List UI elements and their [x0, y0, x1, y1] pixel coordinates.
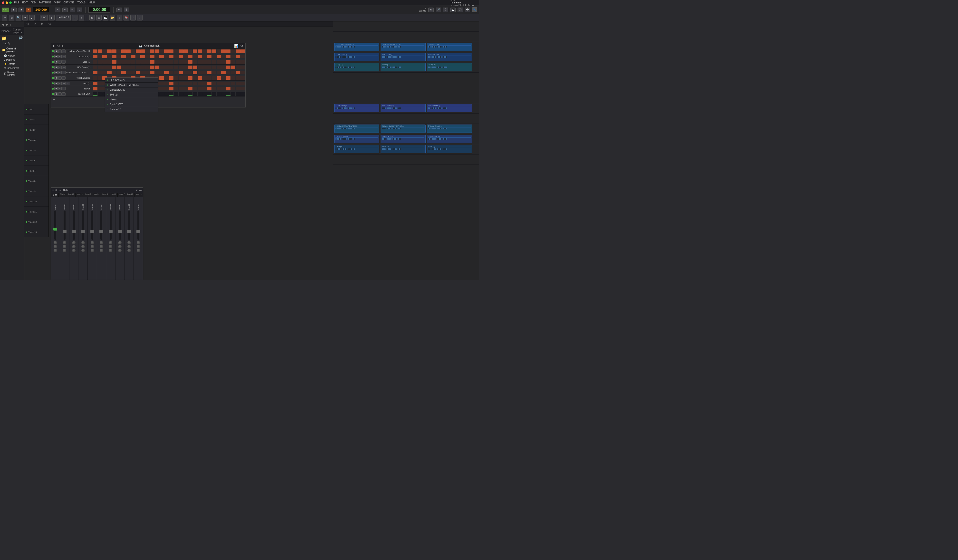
step-0-17[interactable] — [174, 49, 178, 53]
step-7-14[interactable] — [159, 87, 164, 90]
clip-12-1[interactable]: 2 808 (2) — [381, 145, 426, 153]
step-4-19[interactable] — [183, 71, 188, 75]
ch-btn-0-1[interactable]: ● — [58, 49, 62, 53]
ch-btn-4-2[interactable]: — — [62, 71, 65, 75]
step-4-26[interactable] — [217, 71, 221, 75]
question-icon[interactable]: ? — [443, 8, 448, 12]
clip-4-2[interactable]: 3 Clap (1) — [427, 63, 472, 71]
bpm-display[interactable]: 140.000 — [33, 7, 49, 12]
step-2-29[interactable] — [231, 60, 235, 63]
step-8-26[interactable] — [217, 92, 221, 96]
step-0-12[interactable] — [150, 49, 154, 53]
step-4-24[interactable] — [207, 71, 212, 75]
ch-led-3[interactable] — [52, 66, 54, 68]
pp-nexus[interactable]: ≡ Nexus — [105, 97, 158, 102]
step-2-18[interactable] — [179, 60, 183, 63]
step-1-11[interactable] — [145, 55, 150, 58]
step-6-23[interactable] — [202, 82, 207, 85]
step-1-23[interactable] — [202, 55, 207, 58]
step-1-15[interactable] — [164, 55, 169, 58]
maximize-button[interactable] — [9, 2, 12, 4]
ch-name-8[interactable]: Synth1 VSTi — [66, 93, 91, 95]
step-2-16[interactable] — [169, 60, 174, 63]
step-3-6[interactable] — [121, 65, 126, 69]
step-6-28[interactable] — [226, 82, 231, 85]
menu-options[interactable]: OPTIONS — [63, 1, 74, 4]
step-1-28[interactable] — [226, 55, 231, 58]
step-7-31[interactable] — [240, 87, 245, 90]
step-1-8[interactable] — [131, 55, 135, 58]
step-1-30[interactable] — [236, 55, 240, 58]
step-1-13[interactable] — [155, 55, 159, 58]
headphone-icon[interactable]: 🎧 — [458, 8, 463, 12]
ch-led-4[interactable] — [52, 71, 54, 74]
step-1-0[interactable] — [93, 55, 97, 58]
step-6-14[interactable] — [159, 82, 164, 85]
paint-tool[interactable]: 🖌 — [29, 15, 35, 21]
track-label-5[interactable]: Track 6 — [24, 155, 49, 166]
step-7-28[interactable] — [226, 87, 231, 90]
knob-6-1[interactable] — [109, 245, 112, 248]
step-3-24[interactable] — [207, 65, 212, 69]
step-2-10[interactable] — [140, 60, 145, 63]
step-5-23[interactable] — [202, 76, 207, 80]
ch-led-1[interactable] — [52, 56, 54, 57]
stop-button[interactable]: ■ — [19, 8, 24, 12]
mute-btn[interactable]: 🔇 — [124, 15, 129, 21]
step-5-25[interactable] — [212, 76, 216, 80]
step-2-11[interactable] — [145, 60, 150, 63]
mixer-tools[interactable]: ≡ — [52, 189, 54, 192]
step-1-17[interactable] — [174, 55, 178, 58]
ch-btn-7-2[interactable]: — — [62, 87, 65, 90]
step-5-26[interactable] — [217, 76, 221, 80]
step-8-22[interactable] — [198, 92, 202, 96]
step-1-6[interactable] — [121, 55, 126, 58]
step-3-25[interactable] — [212, 65, 216, 69]
step-3-4[interactable] — [112, 65, 116, 69]
pp-vybe[interactable]: ≡ vybeLazyClap — [105, 87, 158, 92]
ch-name-2[interactable]: Clap (1) — [66, 61, 91, 63]
wave-button[interactable]: 〜 — [116, 8, 122, 12]
track-label-7[interactable]: Track 8 — [24, 176, 49, 186]
ch-name-4[interactable]: Waka- SMALL TRAP BELL — [66, 71, 91, 74]
step-1-5[interactable] — [117, 55, 121, 58]
clip-8-1[interactable]: 2 LEX Snare(2) — [381, 104, 426, 112]
step-1-7[interactable] — [126, 55, 131, 58]
nav-forward[interactable]: ▶ — [6, 22, 8, 26]
clip-4-1[interactable]: 2 Clap (1) — [381, 63, 426, 71]
step-1-22[interactable] — [198, 55, 202, 58]
ch-name-5[interactable]: vybeLazyClap — [66, 77, 91, 79]
step-3-1[interactable] — [98, 65, 102, 69]
step-3-19[interactable] — [183, 65, 188, 69]
knob-3-2[interactable] — [81, 249, 85, 252]
step-5-21[interactable] — [193, 76, 197, 80]
fader-1[interactable] — [63, 230, 67, 233]
ch-name-3[interactable]: LEX Snare(2) — [66, 66, 91, 68]
ch-led-5[interactable] — [52, 77, 54, 79]
step-4-8[interactable] — [131, 71, 135, 75]
step-8-21[interactable] — [193, 92, 197, 96]
rack-all-label[interactable]: All — [57, 44, 60, 47]
knob-1-0[interactable] — [63, 241, 66, 244]
step-3-10[interactable] — [140, 65, 145, 69]
snap-selector[interactable]: Line — [40, 15, 48, 21]
knob-9-2[interactable] — [137, 249, 140, 252]
step-7-0[interactable] — [93, 87, 97, 90]
knob-8-2[interactable] — [127, 249, 131, 252]
step-0-27[interactable] — [221, 49, 226, 53]
step-8-19[interactable] — [183, 92, 188, 96]
sidebar-item-patterns[interactable]: ♩ Patterns — [0, 58, 24, 62]
loop-button[interactable]: ↻ — [62, 8, 68, 12]
step-1-27[interactable] — [221, 55, 226, 58]
ch-name-0[interactable]: LexLugerBrassFilter #2 — [66, 50, 91, 52]
step-5-20[interactable] — [188, 76, 193, 80]
pp-waka[interactable]: ≡ Waka- SMALL TRAP BELL — [105, 82, 158, 87]
step-3-5[interactable] — [117, 65, 121, 69]
step-3-28[interactable] — [226, 65, 231, 69]
step-0-14[interactable] — [159, 49, 164, 53]
step-7-27[interactable] — [221, 87, 226, 90]
menu-add[interactable]: ADD — [31, 1, 36, 4]
step-3-17[interactable] — [174, 65, 178, 69]
speaker-icon[interactable]: 🔊 — [19, 36, 23, 41]
clip-3-1[interactable]: 2 LEX Drum(1) — [381, 53, 426, 61]
